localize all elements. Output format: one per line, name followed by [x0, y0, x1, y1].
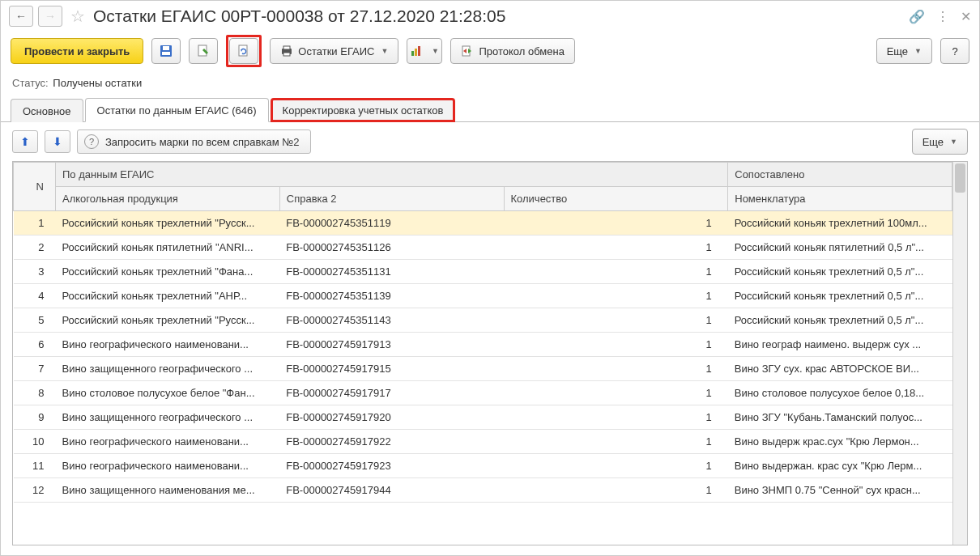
table-row[interactable]: 11Вино географического наименовани...FB-… [14, 454, 952, 478]
chevron-down-icon: ▼ [432, 47, 439, 55]
col-header-n[interactable]: N [14, 163, 56, 211]
protocol-button[interactable]: Протокол обмена [450, 38, 575, 64]
cell-product: Вино географического наименовани... [56, 430, 280, 454]
vertical-scrollbar[interactable] [952, 162, 967, 545]
svg-rect-2 [163, 46, 169, 50]
col-header-qty[interactable]: Количество [504, 187, 728, 211]
status-row: Статус: Получены остатки [1, 75, 979, 97]
svg-rect-6 [283, 46, 290, 49]
data-table[interactable]: N По данным ЕГАИС Сопоставлено Алкогольн… [13, 162, 952, 503]
cell-ref: FB-000002745917920 [279, 405, 504, 430]
refresh-icon [236, 44, 251, 58]
col-header-ref[interactable]: Справка 2 [279, 187, 504, 211]
link-icon[interactable]: 🔗 [909, 9, 925, 24]
cell-nom: Вино выдержан. крас сух "Крю Лерм... [728, 454, 952, 478]
highlight-box-1 [226, 35, 262, 67]
cell-ref: FB-000002745351131 [279, 260, 504, 284]
cell-qty: 1 [504, 478, 728, 503]
col-group-egais[interactable]: По данным ЕГАИС [56, 163, 728, 187]
table-row[interactable]: 6Вино географического наименовани...FB-0… [14, 333, 952, 357]
cell-nom: Вино ЗГУ сух. крас АВТОРСКОЕ ВИ... [728, 357, 952, 381]
cell-qty: 1 [504, 430, 728, 454]
tab-main[interactable]: Основное [11, 99, 83, 122]
help-button[interactable]: ? [940, 38, 969, 64]
table-row[interactable]: 10Вино географического наименовани...FB-… [14, 430, 952, 454]
cell-ref: FB-000002745351126 [279, 236, 504, 260]
post-icon [196, 44, 211, 58]
cell-n: 5 [14, 308, 56, 333]
table-row[interactable]: 2Российский коньяк пятилетний "ANRI...FB… [14, 236, 952, 260]
svg-rect-10 [418, 46, 420, 56]
cell-product: Вино столовое полусухое белое "Фан... [56, 381, 280, 405]
cell-nom: Вино географ наимено. выдерж сух ... [728, 333, 952, 357]
cell-ref: FB-000002745917913 [279, 333, 504, 357]
table-row[interactable]: 9Вино защищенного географического ...FB-… [14, 405, 952, 430]
svg-rect-9 [415, 49, 417, 56]
chart-icon [411, 45, 425, 57]
cell-n: 9 [14, 405, 56, 430]
table-row[interactable]: 3Российский коньяк трехлетний "Фана...FB… [14, 260, 952, 284]
cell-nom: Вино выдерж крас.сух "Крю Лермон... [728, 430, 952, 454]
svg-rect-8 [411, 51, 414, 56]
print-button[interactable]: Остатки ЕГАИС ▼ [270, 38, 398, 64]
move-up-button[interactable]: ⬆ [12, 130, 38, 153]
col-header-nom[interactable]: Номенклатура [728, 187, 952, 211]
cell-qty: 1 [504, 381, 728, 405]
table-more-button[interactable]: Еще ▼ [912, 129, 968, 155]
cell-ref: FB-000002745351143 [279, 308, 504, 333]
nav-back-button[interactable]: ← [9, 6, 33, 27]
cell-nom: Российский коньяк трехлетний 0,5 л"... [728, 308, 952, 333]
nav-forward-button[interactable]: → [38, 6, 62, 27]
save-icon [159, 44, 173, 58]
svg-rect-1 [162, 52, 170, 55]
cell-n: 3 [14, 260, 56, 284]
question-icon: ? [84, 134, 99, 149]
cell-product: Российский коньяк трехлетний "Русск... [56, 211, 280, 236]
cell-qty: 1 [504, 454, 728, 478]
table-row[interactable]: 5Российский коньяк трехлетний "Русск...F… [14, 308, 952, 333]
cell-product: Вино географического наименовани... [56, 454, 280, 478]
cell-ref: FB-000002745917915 [279, 357, 504, 381]
cell-ref: FB-000002745917944 [279, 478, 504, 503]
cell-qty: 1 [504, 284, 728, 308]
scrollbar-thumb[interactable] [955, 163, 965, 193]
cell-nom: Российский коньяк трехлетний 0,5 л"... [728, 260, 952, 284]
cell-product: Российский коньяк пятилетний "ANRI... [56, 236, 280, 260]
reports-button[interactable]: ▼ [407, 38, 442, 64]
cell-n: 1 [14, 211, 56, 236]
cell-product: Вино защищенного географического ... [56, 405, 280, 430]
arrow-down-icon: ⬇ [53, 135, 62, 148]
more-button[interactable]: Еще ▼ [876, 38, 932, 64]
tab-correction[interactable]: Корректировка учетных остатков [271, 98, 456, 122]
cell-nom: Российский коньяк трехлетний 0,5 л"... [728, 284, 952, 308]
table-row[interactable]: 7Вино защищенного географического ...FB-… [14, 357, 952, 381]
table-row[interactable]: 1Российский коньяк трехлетний "Русск...F… [14, 211, 952, 236]
print-icon [280, 45, 293, 57]
cell-qty: 1 [504, 236, 728, 260]
cell-ref: FB-000002745351139 [279, 284, 504, 308]
cell-n: 4 [14, 284, 56, 308]
col-header-product[interactable]: Алкогольная продукция [56, 187, 280, 211]
query-marks-button[interactable]: ? Запросить марки по всем справкам №2 [77, 129, 311, 154]
favorite-star-icon[interactable]: ☆ [70, 6, 85, 26]
save-button[interactable] [151, 38, 181, 64]
post-button[interactable] [189, 38, 218, 64]
chevron-down-icon: ▼ [381, 47, 388, 55]
cell-n: 10 [14, 430, 56, 454]
tab-egais-data[interactable]: Остатки по данным ЕГАИС (646) [85, 98, 269, 122]
close-icon[interactable]: ✕ [961, 9, 971, 24]
cell-nom: Вино столовое полусухое белое 0,18... [728, 381, 952, 405]
col-group-matched[interactable]: Сопоставлено [728, 163, 952, 187]
cell-product: Российский коньяк трехлетний "АНР... [56, 284, 280, 308]
cell-n: 7 [14, 357, 56, 381]
chevron-down-icon: ▼ [914, 47, 922, 55]
submit-close-button[interactable]: Провести и закрыть [11, 38, 143, 64]
more-menu-icon[interactable]: ⋮ [936, 9, 949, 24]
cell-qty: 1 [504, 333, 728, 357]
table-row[interactable]: 12Вино защищенного наименования ме...FB-… [14, 478, 952, 503]
move-down-button[interactable]: ⬇ [45, 130, 70, 153]
refresh-button[interactable] [229, 38, 258, 64]
table-row[interactable]: 8Вино столовое полусухое белое "Фан...FB… [14, 381, 952, 405]
table-row[interactable]: 4Российский коньяк трехлетний "АНР...FB-… [14, 284, 952, 308]
cell-qty: 1 [504, 260, 728, 284]
